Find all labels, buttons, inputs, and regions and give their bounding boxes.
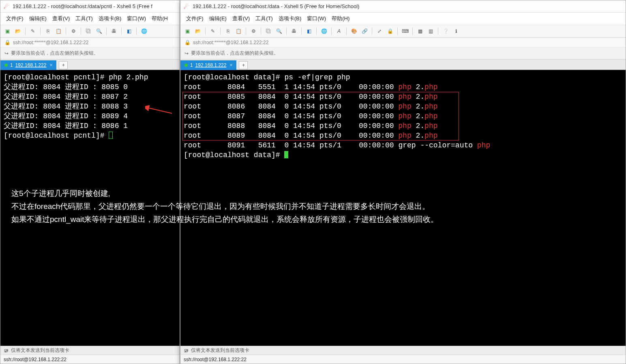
menu-file[interactable]: 文件(F) [184, 14, 206, 23]
xshell-window-left: ☄ 192.168.1.222 - root@localhost:/data/p… [0, 0, 180, 364]
annotation-text: 这5个子进程几乎同时被创建, 不过在foreach代码那里，父进程仍然要一个一个… [11, 187, 610, 226]
prompt: [root@localhost data]# [184, 73, 284, 81]
menu-view[interactable]: 查看(V) [50, 14, 72, 23]
annotation-line: 这5个子进程几乎同时被创建, [11, 187, 610, 200]
menu-tools[interactable]: 工具(T) [253, 14, 275, 23]
address-bar-left: 🔒 ssh://root:******@192.168.1.222:22 [0, 38, 180, 47]
statusbar2-right: ssh://root@192.168.1.222:22 [180, 355, 626, 364]
terminal-line: 父进程ID: 8084 进程ID : 8089 4 [4, 112, 128, 120]
tab-num: 1 [10, 62, 13, 68]
settings-icon[interactable]: ⚙ [69, 27, 78, 36]
session-tab[interactable]: 1 192.168.1.222 × [0, 60, 56, 70]
separator [246, 28, 246, 35]
ps-output: root 8084 5551 1 14:54 pts/0 00:00:00 ph… [184, 83, 438, 140]
fullscreen-icon[interactable]: ⤢ [375, 27, 384, 36]
toolbar-right: ▣ 📂 ✎ ⎘ 📋 ⚙ ⿻ 🔍 🖶 ◧ 🌐 A 🎨 🔗 ⤢ 🔒 [180, 25, 626, 38]
app-icon: ☄ [4, 3, 10, 10]
help-icon[interactable]: ❔ [441, 27, 450, 36]
hint-arrow-icon[interactable]: ↪ [4, 51, 9, 56]
new-session-icon[interactable]: ▣ [3, 27, 12, 36]
paste-icon[interactable]: 📋 [234, 27, 243, 36]
separator [372, 28, 372, 35]
print-icon[interactable]: 🖶 [289, 27, 298, 36]
titlebar-right[interactable]: ☄ 192.168.1.222 - root@localhost:/data -… [180, 0, 626, 13]
command: ps -ef|grep php [284, 73, 350, 81]
copy2-icon[interactable]: ⿻ [264, 27, 273, 36]
menu-window[interactable]: 窗口(W) [304, 14, 328, 23]
separator [106, 28, 107, 35]
edit-icon[interactable]: ✎ [28, 27, 37, 36]
titlebar-left[interactable]: ☄ 192.168.1.222 - root@localhost:/data/p… [0, 0, 180, 13]
settings-icon[interactable]: ⚙ [249, 27, 258, 36]
sidebar-icon[interactable]: ◧ [304, 27, 313, 36]
sidebar-icon[interactable]: ◧ [124, 27, 133, 36]
print-icon[interactable]: 🖶 [109, 27, 118, 36]
lock-icon: 🔒 [4, 40, 11, 45]
menu-file[interactable]: 文件(F) [4, 14, 26, 23]
tab-add-button[interactable]: + [239, 61, 248, 69]
menu-tabs[interactable]: 选项卡(B) [276, 14, 304, 23]
separator [66, 28, 66, 35]
open-folder-icon[interactable]: 📂 [13, 27, 22, 36]
tab-strip-right: 1 192.168.1.222 × + [180, 60, 626, 70]
layout2-icon[interactable]: ▥ [426, 27, 435, 36]
address-text[interactable]: ssh://root:******@192.168.1.222:22 [13, 40, 88, 45]
open-folder-icon[interactable]: 📂 [193, 27, 202, 36]
menu-tools[interactable]: 工具(T) [73, 14, 95, 23]
lock-icon[interactable]: 🔒 [386, 27, 394, 36]
edit-icon[interactable]: ✎ [208, 27, 217, 36]
tab-close-icon[interactable]: × [49, 62, 52, 68]
menu-help[interactable]: 帮助(H) [329, 14, 352, 23]
hint-arrow-icon[interactable]: ↪ [184, 51, 189, 56]
globe-icon[interactable]: 🌐 [139, 27, 148, 36]
link-icon[interactable]: 🔗 [360, 27, 369, 36]
paste-icon[interactable]: 📋 [54, 27, 63, 36]
new-session-icon[interactable]: ▣ [183, 27, 192, 36]
menu-window[interactable]: 窗口(W) [124, 14, 148, 23]
menubar-right: 文件(F) 编辑(E) 查看(V) 工具(T) 选项卡(B) 窗口(W) 帮助(… [180, 13, 626, 25]
font-icon[interactable]: A [334, 27, 343, 36]
copy2-icon[interactable]: ⿻ [84, 27, 93, 36]
hint-bar-left: ↪ 要添加当前会话，点击左侧的箭头按钮。 [0, 47, 180, 60]
terminal-line: 父进程ID: 8084 进程ID : 8085 0 [4, 83, 128, 91]
status-text: 仅将文本发送到当前选项卡 [191, 347, 249, 354]
tab-label: 192.168.1.222 [195, 62, 227, 68]
status-icon: 🖳 [4, 348, 9, 353]
address-text[interactable]: ssh://root:******@192.168.1.222:22 [193, 40, 268, 45]
copy-icon[interactable]: ⎘ [223, 27, 232, 36]
search-icon[interactable]: 🔍 [274, 27, 283, 36]
layout-icon[interactable]: ▦ [416, 27, 424, 36]
tab-num: 1 [190, 62, 193, 68]
terminal-line: 父进程ID: 8084 进程ID : 8088 3 [4, 102, 128, 111]
annotation-line: 不过在foreach代码那里，父进程仍然要一个一个等待它们退出，因为有些时候我们… [11, 200, 610, 213]
status-dot-icon [4, 64, 8, 67]
menu-view[interactable]: 查看(V) [230, 14, 252, 23]
session-tab[interactable]: 1 192.168.1.222 × [180, 60, 236, 70]
separator [40, 28, 41, 35]
tab-add-button[interactable]: + [59, 61, 68, 69]
separator [25, 28, 26, 35]
toolbar-left: ▣ 📂 ✎ ⎘ 📋 ⚙ ⿻ 🔍 🖶 ◧ 🌐 [0, 25, 180, 38]
status-text: 仅将文本发送到当前选项卡 [11, 347, 69, 354]
window-title: 192.168.1.222 - root@localhost:/data - X… [193, 3, 359, 9]
copy-icon[interactable]: ⎘ [43, 27, 52, 36]
about-icon[interactable]: ℹ [452, 27, 461, 36]
status-icon: 🖳 [184, 348, 189, 353]
prompt: [root@localhost data]# [184, 151, 284, 159]
window-title: 192.168.1.222 - root@localhost:/data/pcn… [13, 3, 152, 9]
menu-edit[interactable]: 编辑(E) [27, 14, 49, 23]
search-icon[interactable]: 🔍 [94, 27, 103, 36]
menu-help[interactable]: 帮助(H [149, 14, 170, 23]
menu-tabs[interactable]: 选项卡(B) [96, 14, 124, 23]
tab-close-icon[interactable]: × [229, 62, 232, 68]
menu-edit[interactable]: 编辑(E) [207, 14, 229, 23]
keyboard-icon[interactable]: ⌨ [401, 27, 409, 36]
separator [261, 28, 261, 35]
statusbar1-left: 🖳 仅将文本发送到当前选项卡 [0, 346, 180, 355]
separator [331, 28, 332, 35]
separator [136, 28, 137, 35]
color-icon[interactable]: 🎨 [349, 27, 358, 36]
statusbar2-left: ssh://root@192.168.1.222:22 [0, 355, 180, 364]
globe-icon[interactable]: 🌐 [319, 27, 328, 36]
hint-text: 要添加当前会话，点击左侧的箭头按钮。 [11, 50, 99, 57]
